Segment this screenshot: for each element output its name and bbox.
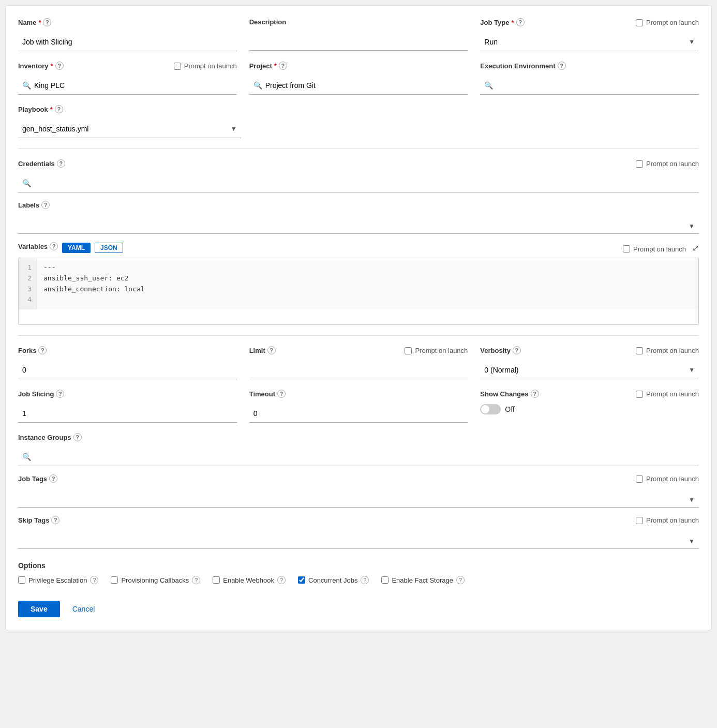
execution-env-label: Execution Environment ? bbox=[480, 62, 565, 70]
playbook-select[interactable]: gen_host_status.yml bbox=[18, 120, 241, 138]
inventory-label: Inventory * ? bbox=[18, 62, 64, 70]
timeout-help-icon[interactable]: ? bbox=[277, 390, 286, 398]
verbosity-prompt-input[interactable] bbox=[636, 347, 643, 354]
skip-tags-help-icon[interactable]: ? bbox=[51, 516, 59, 524]
inventory-search-input[interactable]: King PLC bbox=[34, 78, 233, 92]
inventory-help-icon[interactable]: ? bbox=[55, 62, 64, 70]
playbook-help-icon[interactable]: ? bbox=[55, 105, 63, 113]
job-tags-dropdown: ▼ bbox=[18, 489, 699, 508]
project-search-icon: 🔍 bbox=[253, 81, 262, 90]
credentials-prompt-input[interactable] bbox=[636, 160, 643, 168]
option-enable-fact-storage[interactable]: Enable Fact Storage ? bbox=[381, 576, 465, 584]
project-search-wrapper: 🔍 Project from Git bbox=[249, 76, 468, 95]
instance-groups-search-icon[interactable]: 🔍 bbox=[22, 453, 31, 461]
project-search-input[interactable]: Project from Git bbox=[265, 78, 464, 92]
show-changes-toggle[interactable] bbox=[480, 404, 501, 414]
enable-fact-storage-help-icon[interactable]: ? bbox=[456, 576, 465, 584]
variables-expand-icon[interactable]: ⤢ bbox=[692, 243, 699, 253]
provisioning-callbacks-help-icon[interactable]: ? bbox=[192, 576, 200, 584]
description-input[interactable] bbox=[249, 32, 468, 51]
verbosity-select[interactable]: 0 (Normal) 1 (Verbose) 2 (More Verbose) … bbox=[480, 361, 699, 379]
name-help-icon[interactable]: ? bbox=[43, 18, 51, 26]
job-type-prompt-checkbox[interactable]: Prompt on launch bbox=[636, 19, 699, 26]
credentials-help-icon[interactable]: ? bbox=[57, 159, 65, 168]
job-tags-prompt-checkbox[interactable]: Prompt on launch bbox=[636, 475, 699, 483]
inventory-prompt-input[interactable] bbox=[174, 63, 181, 70]
job-tags-input[interactable] bbox=[18, 489, 699, 508]
options-section: Options Privilege Escalation ? Provision… bbox=[18, 561, 699, 584]
variables-content[interactable]: --- ansible_ssh_user: ec2 ansible_connec… bbox=[37, 258, 698, 309]
variables-editor[interactable]: 1 2 3 4 --- ansible_ssh_user: ec2 ansibl… bbox=[18, 258, 699, 325]
credentials-search-icon[interactable]: 🔍 bbox=[22, 179, 31, 187]
credentials-prompt-checkbox[interactable]: Prompt on launch bbox=[636, 160, 699, 168]
concurrent-jobs-help-icon[interactable]: ? bbox=[361, 576, 369, 584]
variables-prompt-checkbox[interactable]: Prompt on launch bbox=[623, 245, 686, 253]
instance-groups-label: Instance Groups ? bbox=[18, 433, 82, 441]
options-title: Options bbox=[18, 561, 699, 570]
privilege-escalation-checkbox[interactable] bbox=[18, 576, 25, 584]
project-help-icon[interactable]: ? bbox=[279, 62, 287, 70]
limit-prompt-input[interactable] bbox=[405, 347, 412, 354]
show-changes-prompt-checkbox[interactable]: Prompt on launch bbox=[636, 390, 699, 398]
job-slicing-help-icon[interactable]: ? bbox=[56, 390, 64, 398]
show-changes-prompt-input[interactable] bbox=[636, 391, 643, 398]
form-footer: Save Cancel bbox=[18, 597, 699, 617]
show-changes-label: Show Changes ? bbox=[480, 390, 539, 398]
verbosity-help-icon[interactable]: ? bbox=[513, 346, 521, 354]
labels-help-icon[interactable]: ? bbox=[41, 201, 50, 209]
variables-json-btn[interactable]: JSON bbox=[95, 243, 123, 253]
job-slicing-input[interactable]: 1 bbox=[18, 404, 237, 423]
job-type-help-icon[interactable]: ? bbox=[516, 18, 525, 26]
skip-tags-prompt-input[interactable] bbox=[636, 517, 643, 524]
labels-dropdown: ▼ bbox=[18, 215, 699, 234]
job-tags-help-icon[interactable]: ? bbox=[49, 474, 57, 483]
cancel-button[interactable]: Cancel bbox=[66, 601, 101, 617]
enable-fact-storage-checkbox[interactable] bbox=[381, 576, 389, 584]
description-label: Description bbox=[249, 18, 287, 26]
project-label: Project * ? bbox=[249, 62, 287, 70]
job-type-select[interactable]: Run Check bbox=[480, 33, 699, 51]
instance-groups-help-icon[interactable]: ? bbox=[73, 433, 82, 441]
instance-groups-search-wrapper: 🔍 bbox=[18, 448, 699, 466]
verbosity-prompt-checkbox[interactable]: Prompt on launch bbox=[636, 347, 699, 354]
execution-env-search-input[interactable] bbox=[496, 78, 695, 92]
enable-webhook-help-icon[interactable]: ? bbox=[277, 576, 286, 584]
limit-label: Limit ? bbox=[249, 346, 276, 354]
forks-help-icon[interactable]: ? bbox=[38, 346, 47, 354]
skip-tags-input[interactable] bbox=[18, 530, 699, 549]
forks-label: Forks ? bbox=[18, 346, 47, 354]
variables-yaml-btn[interactable]: YAML bbox=[62, 243, 91, 253]
limit-input[interactable] bbox=[249, 361, 468, 379]
show-changes-help-icon[interactable]: ? bbox=[531, 390, 539, 398]
concurrent-jobs-checkbox[interactable] bbox=[298, 576, 305, 584]
timeout-input[interactable]: 0 bbox=[249, 404, 468, 423]
option-enable-webhook[interactable]: Enable Webhook ? bbox=[213, 576, 286, 584]
limit-prompt-checkbox[interactable]: Prompt on launch bbox=[405, 347, 468, 354]
option-provisioning-callbacks[interactable]: Provisioning Callbacks ? bbox=[111, 576, 200, 584]
job-type-prompt-input[interactable] bbox=[636, 19, 643, 26]
job-type-select-wrapper: Run Check ▼ bbox=[480, 33, 699, 51]
save-button[interactable]: Save bbox=[18, 601, 60, 617]
execution-env-search-wrapper: 🔍 bbox=[480, 76, 699, 95]
line-numbers: 1 2 3 4 bbox=[19, 258, 37, 309]
enable-webhook-checkbox[interactable] bbox=[213, 576, 220, 584]
inventory-prompt-checkbox[interactable]: Prompt on launch bbox=[174, 62, 237, 70]
execution-env-search-icon: 🔍 bbox=[484, 81, 493, 90]
inventory-search-wrapper: 🔍 King PLC bbox=[18, 76, 237, 95]
privilege-escalation-help-icon[interactable]: ? bbox=[90, 576, 98, 584]
option-privilege-escalation[interactable]: Privilege Escalation ? bbox=[18, 576, 98, 584]
skip-tags-prompt-checkbox[interactable]: Prompt on launch bbox=[636, 516, 699, 524]
provisioning-callbacks-checkbox[interactable] bbox=[111, 576, 118, 584]
job-tags-prompt-input[interactable] bbox=[636, 476, 643, 483]
skip-tags-dropdown: ▼ bbox=[18, 530, 699, 549]
execution-env-help-icon[interactable]: ? bbox=[558, 62, 566, 70]
option-concurrent-jobs[interactable]: Concurrent Jobs ? bbox=[298, 576, 369, 584]
name-input[interactable]: Job with Slicing bbox=[18, 33, 237, 51]
variables-help-icon[interactable]: ? bbox=[50, 242, 58, 250]
show-changes-slider bbox=[480, 404, 501, 414]
labels-input[interactable] bbox=[18, 215, 699, 234]
verbosity-select-wrapper: 0 (Normal) 1 (Verbose) 2 (More Verbose) … bbox=[480, 361, 699, 379]
forks-input[interactable]: 0 bbox=[18, 361, 237, 379]
variables-prompt-input[interactable] bbox=[623, 245, 630, 252]
limit-help-icon[interactable]: ? bbox=[267, 346, 276, 354]
